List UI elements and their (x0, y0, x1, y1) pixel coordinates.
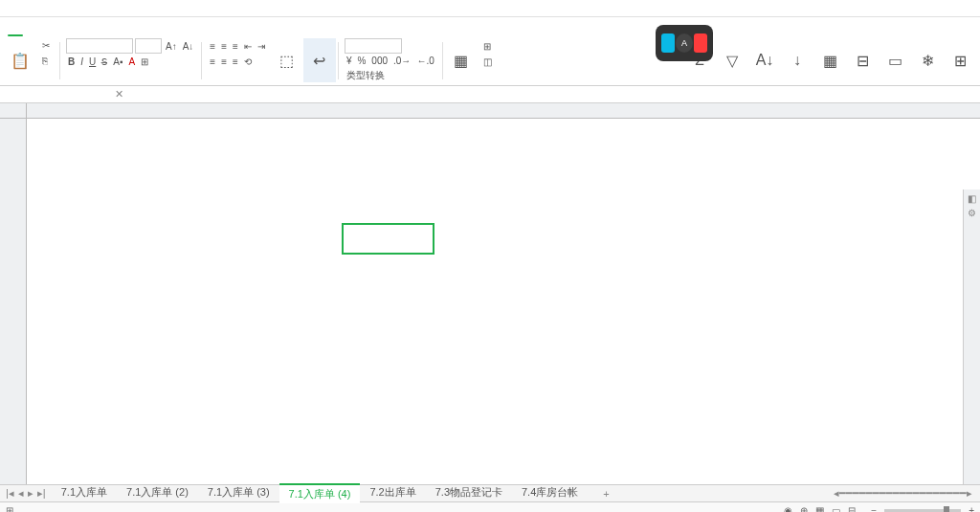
sort-icon: A↓ (756, 51, 774, 70)
sheet-icon: ▭ (888, 51, 902, 70)
view-icon-1[interactable]: ◉ (784, 505, 792, 512)
indent-inc-icon[interactable]: ⇥ (256, 41, 267, 52)
dec-font-icon[interactable]: A↓ (181, 41, 196, 52)
filter-button[interactable]: ▽ (716, 38, 748, 82)
table-style-button[interactable]: ⊞ (481, 41, 495, 52)
cond-format-icon: ▦ (454, 51, 468, 70)
view-layout-icon[interactable]: ▭ (832, 505, 840, 512)
menu-icon[interactable] (4, 2, 17, 15)
add-sheet-button[interactable]: + (595, 488, 616, 500)
cells-area[interactable] (27, 119, 980, 484)
titlebar (0, 0, 980, 17)
align-left-icon[interactable]: ≡ (208, 56, 217, 67)
view-icon-2[interactable]: ⊕ (800, 505, 808, 512)
undo-icon[interactable] (105, 2, 119, 15)
border-button[interactable]: ⊞ (139, 56, 150, 67)
align-right-icon[interactable]: ≡ (231, 56, 240, 67)
cond-format-button[interactable]: ▦ (445, 38, 478, 82)
number-format-select[interactable] (345, 38, 402, 54)
sheet-tab-2[interactable]: 7.1入库单 (3) (198, 483, 279, 503)
redo-icon[interactable] (124, 2, 138, 15)
inc-font-icon[interactable]: A↑ (164, 41, 179, 52)
paste-button[interactable]: 📋 (4, 38, 36, 82)
percent-icon[interactable]: % (355, 56, 368, 66)
sheet-tab-4[interactable]: 7.2出库单 (360, 483, 425, 503)
zoom-in-icon[interactable]: + (969, 505, 974, 512)
menubar (0, 17, 980, 36)
filter-icon: ▽ (726, 51, 738, 70)
ribbon: 📋 ✂ ⎘ A↑ A↓ B I U S̶ A▪ A ⊞ ≡ ≡ ≡ ⇤ (0, 36, 980, 86)
sheet-nav-last-icon[interactable]: ▸| (37, 487, 46, 500)
qa-icon-2[interactable] (48, 2, 61, 15)
view-normal-icon[interactable]: ▦ (815, 505, 824, 512)
sheet-tab-6[interactable]: 7.4库房台帐 (512, 483, 588, 503)
joycon-left-icon (661, 33, 675, 53)
grid[interactable]: ◧ ⚙ (0, 103, 980, 484)
dec-dec-icon[interactable]: ←.0 (414, 56, 435, 66)
sheet-nav-first-icon[interactable]: |◂ (6, 487, 14, 500)
select-all-corner[interactable] (0, 103, 27, 118)
orient-icon[interactable]: ⟲ (242, 56, 254, 67)
copy-button[interactable]: ⎘ (40, 56, 52, 66)
fx-cancel-icon[interactable]: ✕ (115, 88, 123, 100)
cell-style-button[interactable]: ◫ (481, 56, 496, 67)
zoom-out-icon[interactable]: − (871, 505, 877, 512)
sheet-tab-3[interactable]: 7.1入库单 (4) (279, 483, 361, 503)
merge-button[interactable]: ⬚ (271, 38, 303, 82)
sheet-tab-5[interactable]: 7.3物品登记卡 (426, 483, 512, 503)
dec-inc-icon[interactable]: .0→ (391, 56, 412, 66)
qa-icon-1[interactable] (29, 2, 42, 15)
sheet-nav-prev-icon[interactable]: ◂ (18, 487, 24, 500)
titlebar-left (4, 2, 157, 15)
sidebar-icon-2[interactable]: ⚙ (968, 208, 976, 218)
fill-icon: ↓ (793, 51, 801, 70)
sheet-tabs: |◂ ◂ ▸ ▸| 7.1入库单7.1入库单 (2)7.1入库单 (3)7.1入… (0, 484, 980, 501)
type-convert-button[interactable]: 类型转换 (345, 69, 387, 82)
underline-button[interactable]: U (87, 56, 98, 67)
align-center-icon[interactable]: ≡ (219, 56, 229, 67)
currency-icon[interactable]: ¥ (345, 56, 354, 66)
qa-more-icon[interactable] (144, 2, 157, 15)
sheet-nav-next-icon[interactable]: ▸ (28, 487, 33, 500)
formula-bar: ✕ (0, 86, 980, 103)
sheet-tab-0[interactable]: 7.1入库单 (52, 483, 117, 503)
view-break-icon[interactable]: ⊟ (848, 505, 856, 512)
rowcol-icon: ⊟ (857, 51, 869, 70)
font-name-input[interactable] (66, 38, 133, 54)
right-sidebar[interactable]: ◧ ⚙ (963, 189, 980, 484)
font-size-input[interactable] (135, 38, 162, 54)
align-mid-icon[interactable]: ≡ (219, 41, 229, 52)
wrap-button[interactable]: ↩ (303, 38, 336, 82)
paste-icon: 📋 (11, 51, 30, 70)
sidebar-icon-1[interactable]: ◧ (968, 193, 976, 204)
joycon-right-icon (694, 33, 707, 53)
row-headers[interactable] (0, 119, 27, 484)
fill-color-button[interactable]: A▪ (111, 56, 124, 67)
column-headers[interactable] (0, 103, 980, 119)
font-color-button[interactable]: A (126, 56, 137, 67)
zoom-slider[interactable] (884, 509, 961, 513)
cell-button[interactable]: ▦ (813, 38, 846, 82)
rowcol-button[interactable]: ⊟ (846, 38, 879, 82)
fill-button[interactable]: ↓ (781, 38, 813, 82)
joycon-overlay: A (656, 25, 713, 61)
cell-icon: ▦ (823, 51, 837, 70)
strike-button[interactable]: S̶ (100, 56, 109, 67)
sheet-button[interactable]: ▭ (879, 38, 911, 82)
ttools-button[interactable]: ⊞ (944, 38, 976, 82)
align-bot-icon[interactable]: ≡ (231, 41, 240, 52)
italic-button[interactable]: I (78, 56, 85, 67)
status-mode-icon[interactable]: ⊞ (6, 505, 13, 512)
freeze-button[interactable]: ❄ (911, 38, 944, 82)
sheet-scroll[interactable]: ◂━━━━━━━━━━━━━━━━━━━▸ (826, 487, 980, 500)
wrap-icon: ↩ (313, 51, 325, 70)
qa-icon-3[interactable] (67, 2, 80, 15)
indent-dec-icon[interactable]: ⇤ (242, 41, 254, 52)
sort-button[interactable]: A↓ (748, 38, 781, 82)
sheet-tab-1[interactable]: 7.1入库单 (2) (117, 483, 198, 503)
align-top-icon[interactable]: ≡ (208, 41, 217, 52)
qa-icon-4[interactable] (86, 2, 100, 15)
cut-button[interactable]: ✂ (40, 40, 54, 51)
bold-button[interactable]: B (66, 56, 77, 67)
comma-icon[interactable]: 000 (369, 56, 390, 66)
